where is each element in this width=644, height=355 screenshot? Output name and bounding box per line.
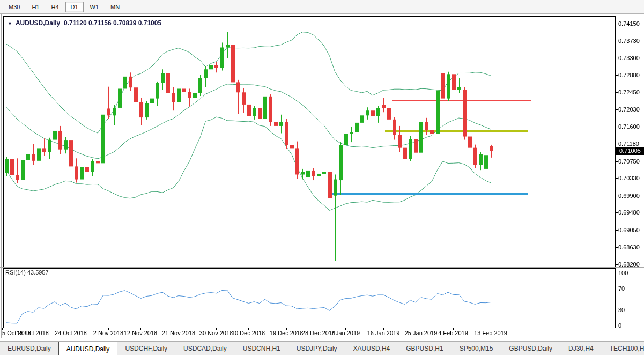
date-tick-label: 30 Nov 2018	[199, 330, 233, 336]
symbol-name: AUDUSD,Daily	[16, 19, 60, 27]
current-price-tag: 0.71005	[616, 147, 644, 155]
rsi-tick-label: 30	[618, 307, 625, 313]
symbol-tab-audusd-daily[interactable]: AUDUSD,Daily	[58, 342, 118, 355]
price-tick-label: 0.72450	[618, 89, 640, 95]
price-tick-label: 0.72880	[618, 72, 640, 78]
timeframe-button-h4[interactable]: H4	[46, 2, 64, 12]
price-tick-label: 0.70330	[618, 175, 640, 181]
timeframe-button-d1[interactable]: D1	[65, 2, 84, 12]
timeframe-toolbar: M30H1H4D1W1MN	[0, 0, 644, 14]
chart-title: ▼AUDUSD,Daily 0.71120 0.71156 0.70839 0.…	[8, 19, 161, 27]
date-tick-label: 13 Feb 2019	[474, 330, 507, 336]
date-tick-label: 4 Feb 2019	[438, 330, 468, 336]
date-tick-label: 15 Oct 2018	[17, 330, 49, 336]
price-tick-label: 0.69480	[618, 209, 640, 216]
symbol-tab-usdchf-daily[interactable]: USDCHF,Daily	[117, 342, 175, 355]
price-tick-label: 0.74150	[618, 20, 640, 27]
symbol-tab-gbpusd-h1[interactable]: GBPUSD,H1	[398, 342, 450, 355]
rsi-indicator-label: RSI(14) 43.5957	[5, 269, 49, 276]
timeframe-button-m30[interactable]: M30	[3, 2, 25, 12]
timeframe-button-mn[interactable]: MN	[105, 2, 125, 12]
price-tick-label: 0.68630	[618, 244, 640, 250]
price-chart-canvas[interactable]	[0, 0, 644, 355]
chevron-down-icon: ▼	[8, 21, 12, 26]
date-tick-label: 19 Dec 2018	[270, 330, 303, 336]
date-tick-label: 16 Jan 2019	[367, 330, 400, 336]
price-tick-label: 0.71600	[618, 123, 640, 130]
date-tick-label: 12 Nov 2018	[124, 330, 157, 336]
price-tick-label: 0.73300	[618, 55, 640, 61]
date-tick-label: 25 Jan 2019	[405, 330, 438, 336]
date-tick-label: 21 Nov 2018	[162, 330, 195, 336]
price-tick-label: 0.72030	[618, 106, 640, 113]
mt4-window: M30H1H4D1W1MN ▼AUDUSD,Daily 0.71120 0.71…	[0, 0, 644, 355]
symbol-tab-tech100-h1[interactable]: TECH100,H1	[602, 342, 644, 355]
symbol-tab-xauusd-h4[interactable]: XAUUSD,H4	[346, 342, 398, 355]
symbol-tab-usdcad-daily[interactable]: USDCAD,Daily	[176, 342, 234, 355]
symbol-tab-sp500-m15[interactable]: SP500,M15	[452, 342, 501, 355]
price-tick-label: 0.73730	[618, 38, 640, 44]
rsi-tick-label: 0	[618, 322, 621, 329]
timeframe-button-h1[interactable]: H1	[26, 2, 45, 12]
symbol-tab-eurusd-daily[interactable]: EURUSD,Daily	[0, 342, 58, 355]
price-tick-label: 0.71180	[618, 140, 639, 147]
price-tick-label: 0.69900	[618, 193, 640, 199]
symbol-tab-usdjpy-daily[interactable]: USDJPY,Daily	[289, 342, 345, 355]
symbol-tab-usdcnh-h1[interactable]: USDCNH,H1	[235, 342, 288, 355]
timeframe-button-w1[interactable]: W1	[85, 2, 105, 12]
rsi-tick-label: 70	[618, 285, 625, 292]
price-tick-label: 0.68200	[618, 261, 640, 268]
price-tick-label: 0.69050	[618, 227, 640, 233]
ohlc-quote: 0.71120 0.71156 0.70839 0.71005	[64, 19, 161, 27]
rsi-tick-label: 100	[618, 270, 628, 276]
symbol-tab-bar: EURUSD,DailyAUDUSD,DailyUSDCHF,DailyUSDC…	[0, 341, 644, 355]
date-tick-label: 2 Nov 2018	[93, 330, 123, 336]
symbol-tab-dj30-h4[interactable]: DJ30,H4	[561, 342, 601, 355]
price-tick-label: 0.70750	[618, 158, 640, 165]
date-tick-label: 10 Dec 2018	[232, 330, 265, 336]
date-tick-label: 7 Jan 2019	[331, 330, 360, 336]
symbol-tab-gbpusd-daily[interactable]: GBPUSD,Daily	[501, 342, 560, 355]
date-tick-label: 24 Oct 2018	[55, 330, 87, 336]
